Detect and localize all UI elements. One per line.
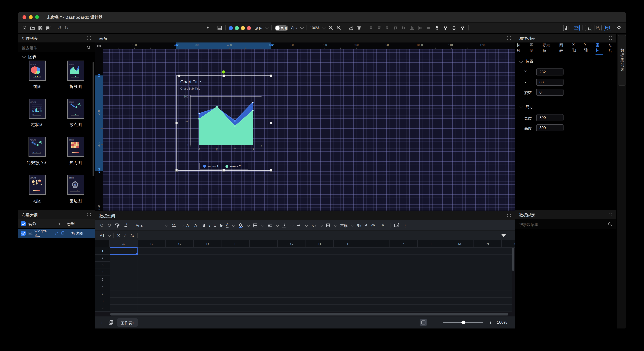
save-as-icon[interactable] (46, 26, 51, 30)
underline-button[interactable]: U (214, 223, 216, 227)
text-wrap-button[interactable] (296, 223, 302, 228)
align-left-icon[interactable] (368, 25, 373, 31)
sheet-tab[interactable]: 工作表1 (117, 318, 138, 326)
props-tab-标题[interactable]: 标题 (516, 42, 524, 54)
font-increase-button[interactable]: A⁺ (186, 223, 191, 227)
maximize-button[interactable] (35, 15, 39, 19)
zoom-out-sheet-button[interactable]: − (434, 320, 437, 325)
table-view-icon[interactable] (217, 25, 222, 31)
props-tab-坐标[interactable]: 坐标 (596, 42, 603, 54)
ruler-origin-toggle[interactable] (96, 43, 103, 50)
delete-icon[interactable] (356, 25, 362, 31)
vertical-align-button[interactable] (282, 223, 287, 228)
translate-cn-en-icon[interactable]: 文En (585, 25, 592, 31)
sheet-grid-toggle[interactable] (420, 319, 428, 326)
bring-forward-icon[interactable] (451, 25, 457, 31)
row-header-8[interactable]: 8 (96, 297, 110, 304)
column-header-C[interactable]: C (166, 240, 194, 247)
chevron-down-icon[interactable] (305, 223, 308, 227)
chevron-down-icon[interactable] (334, 223, 338, 227)
row-header-3[interactable]: 3 (96, 262, 110, 269)
align-top-icon[interactable] (393, 25, 398, 31)
filter-icon[interactable] (57, 222, 62, 226)
component-item-heatmap[interactable]: Chart TitleChart Sub-Title 热力图 (67, 137, 84, 166)
chevron-down-icon[interactable] (246, 223, 250, 227)
font-color-button[interactable]: A (226, 223, 228, 228)
selected-chart-widget[interactable]: Chart Title Chart Sub-Title 110100ABCD s… (176, 76, 271, 171)
component-item-map[interactable]: Chart TitleChart Sub-Title 地图 (29, 175, 46, 204)
component-item-fx-scatter[interactable]: Chart TitleChart Sub-Title 特效散点图 (27, 137, 48, 166)
minimize-button[interactable] (29, 15, 33, 19)
component-item-scatter[interactable]: Chart TitleChart Sub-Title 散点图 (67, 99, 84, 127)
row-checkbox[interactable] (20, 231, 26, 236)
height-input[interactable]: 300 (536, 124, 564, 131)
props-tab-提示框[interactable]: 提示框 (542, 42, 554, 54)
export-image-icon[interactable] (348, 25, 354, 31)
chevron-down-icon[interactable] (351, 223, 355, 227)
zoom-in-sheet-button[interactable]: + (489, 320, 492, 325)
number-format-select[interactable]: 常规 (340, 223, 348, 228)
cell-reference[interactable]: A1 (100, 233, 104, 238)
dataset-list-tab[interactable]: 数据集列表 (618, 35, 626, 86)
undo-icon[interactable]: ↺ (57, 25, 61, 31)
theme-select-label[interactable]: 深色 (255, 25, 262, 31)
rotate-handle[interactable] (222, 70, 225, 74)
align-right-icon[interactable] (385, 25, 390, 31)
merge-cells-button[interactable] (326, 223, 330, 228)
borders-button[interactable] (252, 223, 258, 228)
position-section-header[interactable]: 位置 (515, 54, 616, 65)
sheet-undo-icon[interactable]: ↺ (100, 222, 104, 228)
canvas-grid[interactable]: Chart Title Chart Sub-Title 110100ABCD s… (103, 49, 515, 211)
expand-panel-icon[interactable] (608, 36, 612, 40)
formula-bar-expand-icon[interactable] (502, 234, 506, 237)
type-column-header[interactable]: 类型 (67, 221, 75, 227)
name-column-header[interactable]: 名称 (28, 221, 57, 227)
expand-panel-icon[interactable] (87, 213, 91, 217)
confirm-entry-icon[interactable]: ✓ (124, 233, 127, 238)
row-header-1[interactable]: 1 (96, 247, 110, 254)
props-tab-X轴[interactable]: X轴 (572, 43, 578, 54)
chevron-down-icon[interactable] (261, 223, 265, 227)
open-file-icon[interactable] (30, 26, 35, 30)
resize-handle[interactable] (270, 169, 272, 172)
select-all-corner[interactable] (96, 240, 110, 247)
send-to-back-icon[interactable] (443, 25, 448, 31)
canvas-zoom-label[interactable]: 100% (310, 26, 320, 30)
column-header-K[interactable]: K (390, 240, 418, 247)
size-section-header[interactable]: 尺寸 (515, 99, 616, 111)
close-button[interactable] (22, 15, 26, 19)
row-header-6[interactable]: 6 (96, 283, 110, 290)
text-rotate-button[interactable]: A (311, 223, 316, 228)
sidebar-scrollbar[interactable] (92, 62, 94, 176)
props-tab-Y轴[interactable]: Y轴 (584, 43, 590, 54)
os-language-button[interactable]: OS (604, 25, 611, 31)
sheet-list-icon[interactable] (108, 320, 114, 325)
resize-handle[interactable] (178, 75, 180, 77)
sheet-zoom-slider[interactable] (443, 322, 484, 323)
resize-handle[interactable] (175, 122, 178, 124)
distribute-h-icon[interactable] (418, 25, 423, 31)
grid-toggle[interactable]: 关闭 (275, 25, 288, 31)
keyboard-icon[interactable] (394, 223, 400, 228)
component-item-bar[interactable]: Chart TitleChart Sub-Title 柱状图 (29, 99, 46, 127)
column-headers[interactable]: ABCDEFGHIJKLMNO (96, 240, 515, 248)
chevron-down-icon[interactable] (323, 26, 326, 29)
column-header-B[interactable]: B (138, 240, 166, 247)
column-header-J[interactable]: J (362, 240, 390, 247)
cell-grid[interactable] (110, 247, 512, 312)
sheet-vscrollbar[interactable] (512, 248, 514, 271)
chevron-down-icon[interactable] (319, 223, 323, 227)
sheet-hscrollbar[interactable] (110, 313, 508, 315)
rotate-input[interactable]: 0 (536, 89, 564, 96)
font-decrease-button[interactable]: A⁻ (194, 223, 199, 227)
column-header-A[interactable]: A (110, 240, 138, 247)
chevron-down-icon[interactable] (180, 223, 184, 227)
x-input[interactable]: 232 (536, 69, 564, 76)
chevron-down-icon[interactable] (108, 233, 111, 237)
horizontal-ruler[interactable]: 100300400600700800900100011001200232532 (103, 43, 515, 50)
strikethrough-button[interactable]: S (220, 223, 222, 227)
distribute-v-icon[interactable] (426, 25, 431, 31)
function-icon[interactable]: fx (130, 233, 134, 238)
search-icon[interactable] (608, 222, 612, 226)
component-item-line[interactable]: Chart TitleChart Sub-Title 折线图 (67, 61, 84, 89)
